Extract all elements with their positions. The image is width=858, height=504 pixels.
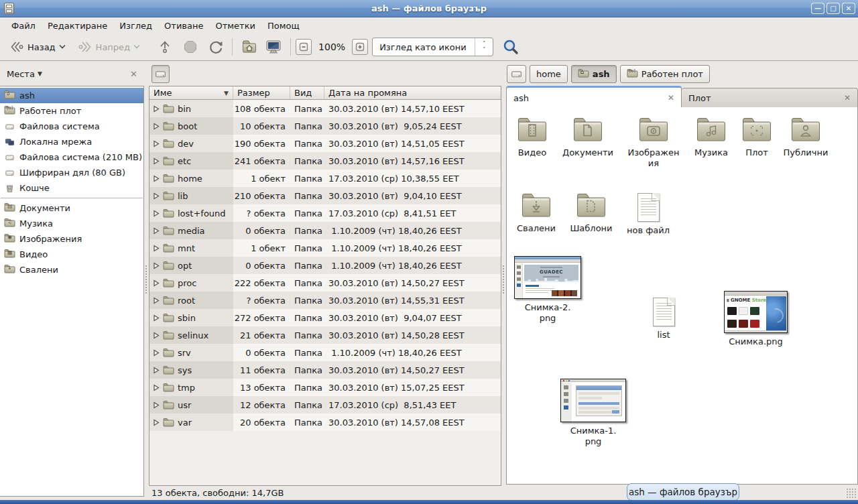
table-row[interactable]: bin 108 обекта Папка 30.03.2010 (вт) 14,… [149, 100, 501, 117]
search-button[interactable] [499, 36, 523, 58]
view-mode-select[interactable]: Изглед като икони ˄˅ [372, 38, 493, 56]
minimize-button[interactable]: — [811, 3, 824, 14]
table-row[interactable]: etc 241 обекта Папка 30.03.2010 (вт) 14,… [149, 152, 501, 170]
pane-splitter-left[interactable] [144, 62, 149, 500]
menu-edit[interactable]: Редактиране [42, 19, 113, 33]
up-button[interactable] [154, 36, 176, 58]
expander-icon[interactable] [153, 384, 160, 391]
resize-grip[interactable] [846, 488, 857, 499]
menu-help[interactable]: Помощ [261, 19, 306, 33]
path-button-desktop[interactable]: [o] Работен плот [620, 65, 710, 83]
sidebar-item-filesystem-210mb[interactable]: Файлова система (210 MB) [0, 149, 143, 165]
grid-item-shot2[interactable]: GUADEC Снимка-2. png [514, 256, 581, 324]
grid-item-videos[interactable]: Видео [507, 117, 558, 158]
expander-icon[interactable] [153, 105, 160, 113]
table-row[interactable]: home 1 обект Папка 17.03.2010 (ср) 10,38… [149, 170, 501, 187]
grid-item-music[interactable]: Музика [686, 117, 736, 158]
sidebar-item-pictures[interactable]: ◉ Изображения [0, 231, 143, 247]
home-button[interactable] [237, 36, 261, 58]
grid-item-newfile[interactable]: нов файл [623, 193, 674, 236]
table-row[interactable]: sbin 272 обекта Папка 30.03.2010 (вт) 9,… [149, 309, 501, 326]
table-row[interactable]: opt 0 обекта Папка 1.10.2009 (чт) 18,40,… [149, 257, 501, 274]
table-row[interactable]: lib 210 обекта Папка 30.03.2010 (вт) 9,0… [149, 187, 501, 204]
table-row[interactable]: sys 11 обекта Папка 30.03.2010 (вт) 14,5… [149, 361, 501, 379]
grid-item-desktop[interactable]: Плот [740, 117, 774, 158]
grid-item-templates[interactable]: Шаблони [566, 192, 617, 234]
expander-icon[interactable] [153, 245, 160, 252]
sidebar-item-videos[interactable]: ▦ Видео [0, 247, 143, 262]
computer-button[interactable] [261, 36, 286, 58]
menu-file[interactable]: Файл [5, 19, 42, 33]
table-row[interactable]: dev 190 обекта Папка 30.03.2010 (вт) 14,… [149, 135, 501, 152]
table-row[interactable]: media 0 обекта Папка 1.10.2009 (чт) 18,4… [149, 222, 501, 239]
table-row[interactable]: srv 0 обекта Папка 1.10.2009 (чт) 18,40,… [149, 344, 501, 361]
expander-icon[interactable] [153, 314, 160, 322]
tab-close-icon[interactable]: ✕ [844, 93, 851, 103]
sidebar-item-trash[interactable]: Кошче [0, 180, 143, 196]
reload-button[interactable] [204, 36, 227, 58]
expander-icon[interactable] [153, 192, 160, 200]
path-button-root[interactable] [507, 65, 526, 83]
table-row[interactable]: lost+found ? обекта Папка 17.03.2010 (ср… [149, 204, 501, 222]
table-row[interactable]: tmp 13 обекта Папка 30.03.2010 (вт) 15,0… [149, 379, 501, 396]
menu-bookmarks[interactable]: Отметки [209, 19, 261, 33]
sidebar-item-music[interactable]: ♫ Музика [0, 216, 143, 231]
expander-icon[interactable] [153, 419, 160, 426]
titlebar[interactable]: ash — файлов браузър — □ ✕ [0, 0, 858, 17]
maximize-button[interactable]: □ [826, 3, 840, 14]
grid-item-pictures[interactable]: Изображен ия [628, 117, 679, 169]
sidebar-selector-chevron-icon[interactable]: ▼ [38, 70, 42, 77]
zoom-out-button[interactable] [296, 39, 312, 55]
tab-ash[interactable]: ash ✕ [506, 86, 682, 108]
table-row[interactable]: boot 10 обекта Папка 30.03.2010 (вт) 9,0… [149, 117, 501, 135]
path-button-ash[interactable]: ⌂ ash [571, 65, 617, 83]
window-list-button[interactable]: ash — файлов браузър [627, 483, 739, 501]
table-row[interactable]: mnt 1 обект Папка 1.10.2009 (чт) 18,40,2… [149, 239, 501, 257]
back-dropdown-icon[interactable] [58, 44, 66, 50]
column-type[interactable]: Вид [290, 86, 324, 99]
table-row[interactable]: root ? обекта Папка 30.03.2010 (вт) 14,5… [149, 292, 501, 309]
zoom-in-button[interactable] [352, 39, 368, 55]
expander-icon[interactable] [153, 332, 160, 339]
grid-item-shot[interactable]: ꞛ GNOME Store Снимка.png [724, 291, 788, 347]
tab-close-icon[interactable]: ✕ [668, 93, 674, 103]
expander-icon[interactable] [153, 401, 160, 409]
icon-view[interactable]: Видео Документи Изображен ия [506, 107, 858, 485]
expander-icon[interactable] [153, 367, 160, 374]
sidebar-item-documents[interactable]: ▤ Документи [0, 200, 143, 216]
sidebar-item-ash[interactable]: ⌂ ash [0, 88, 143, 103]
sidebar-item-filesystem[interactable]: Файлова система [0, 119, 143, 134]
expander-icon[interactable] [153, 158, 160, 165]
path-button-home[interactable]: home [530, 65, 568, 83]
sidebar-item-desktop[interactable]: [o] Работен плот [0, 103, 143, 119]
menu-view[interactable]: Изглед [113, 19, 158, 33]
table-row[interactable]: var 20 обекта Папка 30.03.2010 (вт) 14,5… [149, 414, 501, 431]
grid-item-public[interactable]: Публични [780, 117, 831, 158]
table-row[interactable]: proc 222 обекта Папка 30.03.2010 (вт) 14… [149, 274, 501, 292]
expander-icon[interactable] [153, 140, 160, 147]
grid-item-downloads[interactable]: Свалени [512, 192, 560, 234]
sidebar-close-icon[interactable]: ✕ [130, 69, 137, 79]
expander-icon[interactable] [153, 227, 160, 235]
expander-icon[interactable] [153, 210, 160, 217]
forward-button[interactable]: Напред [74, 36, 144, 58]
expander-icon[interactable] [153, 297, 160, 304]
column-size[interactable]: Размер [233, 86, 290, 99]
tab-plot[interactable]: Плот ✕ [682, 88, 858, 108]
back-button[interactable]: Назад [5, 36, 70, 58]
sidebar-item-encrypted[interactable]: Шифриран дял (80 GB) [0, 165, 143, 180]
sidebar-item-downloads[interactable]: ↓ Свалени [0, 262, 143, 277]
grid-item-list[interactable]: list [638, 298, 689, 340]
table-row[interactable]: selinux 21 обекта Папка 30.03.2010 (вт) … [149, 326, 501, 344]
table-row[interactable]: usr 12 обекта Папка 17.03.2010 (ср) 8,51… [149, 396, 501, 414]
close-button[interactable]: ✕ [842, 3, 855, 14]
expander-icon[interactable] [153, 175, 160, 182]
root-path-button[interactable] [151, 65, 170, 83]
grid-item-documents[interactable]: Документи [562, 117, 614, 158]
sidebar-item-network[interactable]: Локална мрежа [0, 134, 143, 149]
column-date[interactable]: Дата на промяна [324, 86, 501, 99]
expander-icon[interactable] [153, 123, 160, 130]
column-name[interactable]: Име▼ [149, 86, 233, 99]
expander-icon[interactable] [153, 262, 160, 269]
sidebar-title[interactable]: Места [7, 69, 35, 79]
